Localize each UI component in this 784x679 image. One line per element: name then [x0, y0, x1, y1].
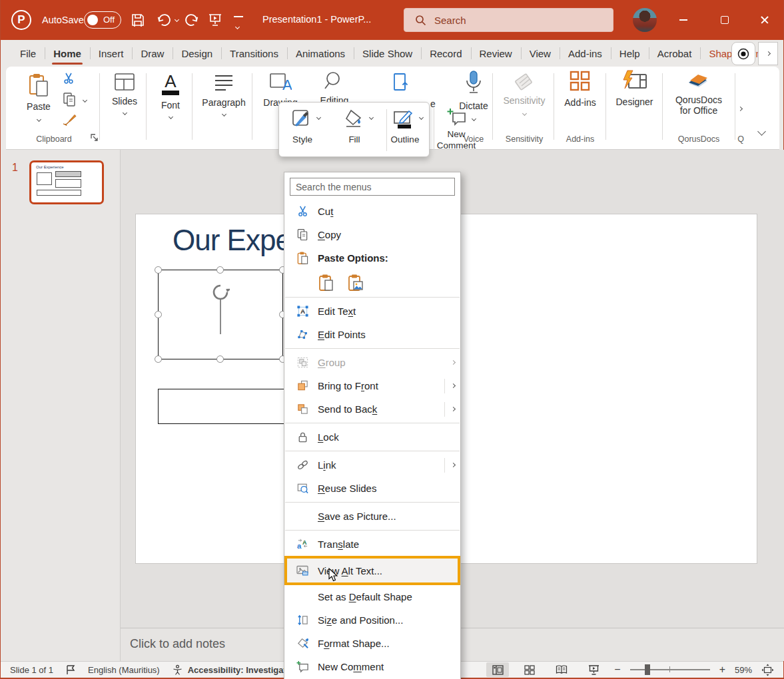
paste-keep-source-formatting-button[interactable]: [316, 272, 336, 292]
accessibility-status[interactable]: Accessibility: Investigate: [172, 664, 291, 676]
outline-chevron-icon[interactable]: [419, 115, 424, 120]
tab-record[interactable]: Record: [421, 40, 470, 67]
menu-item-new-comment[interactable]: New Comment: [284, 655, 460, 678]
menu-item-cut[interactable]: Cut: [284, 200, 460, 223]
undo-dropdown-chevron-icon[interactable]: [175, 17, 179, 22]
resize-handle-n[interactable]: [216, 266, 224, 274]
slides-group-button[interactable]: Slides: [101, 73, 148, 114]
submenu-arrow-icon[interactable]: [444, 458, 455, 473]
font-group-button[interactable]: A Font: [147, 73, 194, 118]
zoom-slider-handle[interactable]: [645, 664, 650, 675]
search-bar[interactable]: [404, 8, 613, 32]
zoom-in-button[interactable]: +: [719, 664, 725, 676]
clipboard-dialog-launcher[interactable]: [90, 132, 99, 144]
qorusdocs-button[interactable]: QorusDocs for Office: [665, 69, 732, 116]
tab-draw[interactable]: Draw: [132, 40, 173, 67]
designer-button[interactable]: Designer: [609, 70, 659, 107]
tab-insert[interactable]: Insert: [90, 40, 133, 67]
paste-dropdown-chevron-icon[interactable]: [36, 117, 41, 122]
tab-animations[interactable]: Animations: [287, 40, 354, 67]
menu-item-send-to-back[interactable]: Send to Back: [284, 397, 460, 421]
paste-button[interactable]: Paste: [22, 73, 55, 124]
reading-view-button[interactable]: [550, 662, 573, 677]
export-icon[interactable]: [392, 72, 410, 95]
tab-transitions[interactable]: Transitions: [221, 40, 287, 67]
redo-button[interactable]: [183, 11, 202, 29]
copy-button[interactable]: [62, 92, 77, 111]
menu-item-save-as-picture[interactable]: Save as Picture...: [284, 505, 460, 528]
tab-slide-show[interactable]: Slide Show: [354, 40, 421, 67]
close-button[interactable]: [751, 9, 779, 31]
cut-button[interactable]: [62, 72, 75, 88]
fill-chevron-icon[interactable]: [369, 115, 374, 120]
zoom-level[interactable]: 59%: [735, 665, 752, 675]
resize-handle-w[interactable]: [155, 311, 162, 318]
fit-slide-to-window-button[interactable]: [761, 664, 774, 676]
tab-file[interactable]: File: [11, 40, 45, 67]
rectangle-shape[interactable]: [158, 389, 293, 424]
shape-outline-button[interactable]: [392, 109, 415, 132]
shape-fill-button[interactable]: [344, 109, 366, 132]
user-avatar[interactable]: [633, 8, 657, 32]
menu-item-view-alt-text[interactable]: View Alt Text...: [284, 556, 460, 585]
submenu-arrow-icon[interactable]: [444, 402, 455, 417]
autosave-toggle[interactable]: Off: [84, 11, 121, 29]
menu-item-reuse-slides[interactable]: Reuse Slides: [284, 477, 460, 500]
resize-handle-s[interactable]: [216, 355, 224, 363]
resize-handle-sw[interactable]: [155, 355, 162, 363]
language-indicator[interactable]: English (Mauritius): [88, 665, 160, 675]
tab-add-ins[interactable]: Add-ins: [560, 40, 611, 67]
normal-view-button[interactable]: [486, 662, 509, 677]
menu-item-link[interactable]: Link: [284, 453, 460, 477]
tab-view[interactable]: View: [521, 40, 560, 67]
proofing-icon[interactable]: [65, 664, 76, 676]
powerpoint-logo-icon[interactable]: P: [11, 10, 31, 30]
record-button[interactable]: [731, 42, 755, 65]
format-painter-button[interactable]: [62, 112, 77, 129]
editing-group-button[interactable]: Editing: [318, 70, 351, 106]
add-ins-button[interactable]: Add-ins: [558, 70, 603, 108]
tab-help[interactable]: Help: [611, 40, 649, 67]
slide-thumbnail[interactable]: Our Experience: [29, 160, 104, 204]
menu-item-edit-points[interactable]: Edit Points: [284, 323, 460, 346]
shape-style-button[interactable]: [291, 109, 312, 132]
paste-picture-button[interactable]: [346, 272, 366, 292]
menu-item-size-and-position[interactable]: Size and Position...: [284, 608, 460, 632]
menu-item-edit-text[interactable]: A Edit Text: [284, 300, 460, 323]
start-slideshow-button[interactable]: [206, 11, 224, 29]
zoom-out-button[interactable]: −: [614, 664, 620, 676]
style-chevron-icon[interactable]: [316, 115, 321, 120]
new-comment-button[interactable]: [447, 108, 467, 129]
search-input[interactable]: [434, 15, 581, 26]
ribbon-scroll-right-button[interactable]: [739, 101, 742, 113]
zoom-slider[interactable]: [630, 664, 710, 675]
maximize-button[interactable]: [711, 9, 739, 31]
menu-item-lock[interactable]: Lock: [284, 425, 460, 449]
tab-home[interactable]: Home: [45, 40, 90, 67]
minimize-button[interactable]: [669, 9, 697, 31]
menu-search-input[interactable]: [290, 178, 455, 196]
resize-handle-nw[interactable]: [155, 266, 162, 274]
customize-quick-access-button[interactable]: [234, 16, 243, 31]
tab-acrobat[interactable]: Acrobat: [649, 40, 701, 67]
slideshow-view-button[interactable]: [582, 662, 605, 677]
undo-button[interactable]: [154, 11, 173, 29]
menu-item-set-as-default-shape[interactable]: Set as Default Shape: [284, 585, 460, 608]
tab-review[interactable]: Review: [471, 40, 521, 67]
menu-item-copy[interactable]: Copy: [284, 223, 460, 246]
selected-rectangle-shape[interactable]: [158, 270, 283, 359]
paragraph-group-button[interactable]: Paragraph: [194, 73, 254, 116]
slide-indicator[interactable]: Slide 1 of 1: [10, 665, 53, 675]
menu-item-translate[interactable]: aA Translate: [284, 533, 460, 556]
tab-design[interactable]: Design: [173, 40, 221, 67]
menu-item-format-shape[interactable]: Format Shape...: [284, 632, 460, 655]
sensitivity-button[interactable]: Sensitivity: [497, 70, 552, 118]
slide-sorter-view-button[interactable]: [518, 662, 541, 677]
collapse-ribbon-button[interactable]: [759, 125, 765, 137]
submenu-arrow-icon[interactable]: [444, 379, 455, 393]
save-button[interactable]: [129, 11, 147, 29]
copy-dropdown-chevron-icon[interactable]: [83, 98, 87, 103]
menu-item-bring-to-front[interactable]: Bring to Front: [284, 374, 460, 397]
menu-search[interactable]: [290, 178, 455, 196]
more-tabs-button[interactable]: [758, 42, 778, 65]
